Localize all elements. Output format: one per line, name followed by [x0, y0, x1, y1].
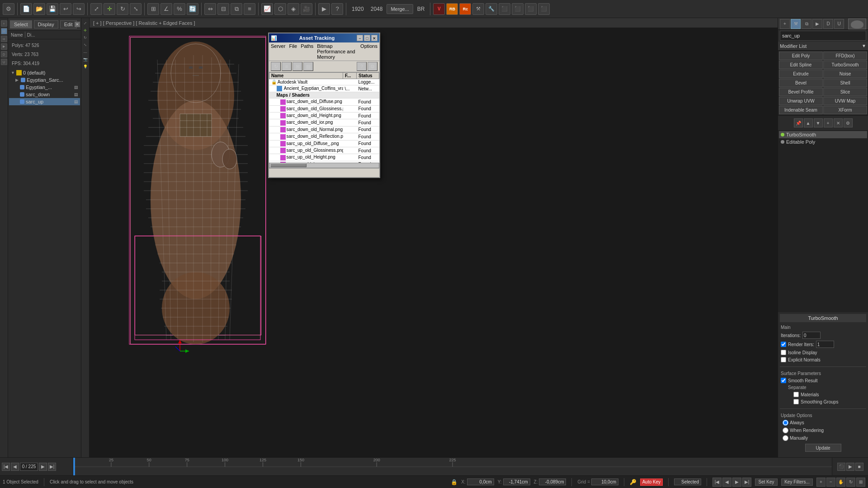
auto-key-btn[interactable]: Auto Key [640, 479, 663, 486]
ts-when-rendering-radio[interactable] [783, 427, 788, 433]
asset-scroll-thumb[interactable] [270, 164, 307, 167]
mod-btn-noise[interactable]: Noise [823, 70, 867, 78]
table-row[interactable]: sarc_down_old_Height.png Found [269, 113, 379, 119]
frame-input[interactable]: 0 / 225 [20, 463, 38, 471]
dialog-minimize-btn[interactable]: − [357, 35, 363, 41]
material-editor-icon[interactable]: ◈ [288, 3, 299, 15]
pb-start[interactable]: |◀ [712, 478, 722, 487]
tl-end-btn[interactable]: ▶| [48, 463, 56, 471]
utilities-panel-icon[interactable]: U [834, 19, 844, 29]
tree-item-3[interactable]: sarc_up ▤ [9, 98, 80, 105]
table-row-folder[interactable]: Maps / Shaders [269, 92, 379, 99]
mod-btn-shell[interactable]: Shell [823, 79, 867, 87]
tool1-icon[interactable]: ⚒ [472, 3, 484, 15]
pb-next[interactable]: ▶| [742, 478, 751, 487]
asset-tb-help[interactable]: ? [357, 62, 367, 71]
table-row[interactable]: sarc_down_old_Diffuse.png Found [269, 99, 379, 105]
curve-editor-icon[interactable]: 📈 [261, 3, 273, 15]
move-icon[interactable]: ✛ [104, 3, 115, 15]
schematic-view-icon[interactable]: ⬡ [274, 3, 286, 15]
col-status[interactable]: Status [357, 73, 379, 79]
rotate-icon[interactable]: ↻ [117, 3, 128, 15]
display-icon[interactable]: D [1, 51, 7, 57]
tool2-icon[interactable]: 🔧 [486, 3, 497, 15]
table-row[interactable]: Ancient_Egyptian_Coffins_vray.max \... N… [269, 85, 379, 92]
col-name[interactable]: Name [269, 73, 343, 79]
scale-icon[interactable]: ⤡ [130, 3, 142, 15]
mod-btn-ffd[interactable]: FFD(box) [823, 52, 867, 60]
help-icon[interactable]: ? [331, 3, 343, 15]
vp-pan[interactable]: ✋ [836, 478, 845, 487]
timeline-bar[interactable]: 25 50 75 100 125 150 200 225 [73, 458, 832, 475]
set-key-btn[interactable]: Set Key [755, 479, 778, 486]
tab-select[interactable]: Select [10, 20, 32, 28]
camera-tool[interactable]: 📷 [82, 56, 89, 62]
tab-display[interactable]: Display [34, 20, 58, 28]
mod-btn-indenableseam[interactable]: Indenable Seam [779, 106, 823, 114]
pb-play[interactable]: ▶ [732, 478, 741, 487]
rc-icon[interactable]: Rc [459, 3, 471, 15]
menu-bitmap[interactable]: Bitmap Performance and Memory [317, 43, 357, 60]
mod-btn-slice[interactable]: Slice [823, 88, 867, 96]
tl-stop-btn[interactable]: ■ [855, 463, 863, 471]
mod-btn-uvwmap[interactable]: UVW Map [823, 97, 867, 105]
snap-toggle-icon[interactable]: ⊞ [147, 3, 159, 15]
vray-icon[interactable]: V [433, 3, 445, 15]
tl-record-btn[interactable]: ⚫ [837, 463, 845, 471]
motion-icon[interactable]: ▶ [1, 43, 7, 50]
vp-zoom-out[interactable]: − [826, 478, 835, 487]
key-filters-btn[interactable]: Key Filters... [781, 479, 813, 486]
table-row[interactable]: sarc_down_old_Glossiness.png Found [269, 105, 379, 112]
merge-btn[interactable]: Merge... [387, 4, 413, 14]
rotate-tool[interactable]: ↻ [82, 34, 89, 41]
ts-always-radio[interactable] [783, 420, 788, 426]
table-row[interactable]: sarc_up_old_ior.png Found [269, 161, 379, 163]
asset-scrollbar[interactable] [269, 163, 379, 168]
menu-paths[interactable]: Paths [301, 43, 313, 60]
save-file-icon[interactable]: 💾 [47, 3, 58, 15]
mod-btn-bevel[interactable]: Bevel [779, 79, 823, 87]
ts-update-btn[interactable]: Update [805, 444, 841, 452]
stack-move-down-btn[interactable]: ▼ [814, 118, 823, 127]
select-tool[interactable]: ⤢ [82, 20, 89, 26]
menu-file[interactable]: File [289, 43, 297, 60]
utilities-icon[interactable]: U [1, 59, 7, 65]
render-setup-icon[interactable]: 🎥 [301, 3, 312, 15]
mod-btn-bevelprofile[interactable]: Bevel Profile [779, 88, 823, 96]
mod-btn-extrude[interactable]: Extrude [779, 70, 823, 78]
mod-btn-editpoly[interactable]: Edit Poly [779, 52, 823, 60]
col-path[interactable]: F... [343, 73, 357, 79]
stack-item-editablepoly[interactable]: Editable Poly [779, 138, 867, 145]
ts-iterations-input[interactable] [802, 332, 821, 339]
hierarchy-panel-icon[interactable]: ⧉ [802, 19, 811, 29]
new-file-icon[interactable]: 📄 [20, 3, 32, 15]
mod-btn-unwrapuvw[interactable]: Unwrap UVW [779, 97, 823, 105]
motion-panel-icon[interactable]: ▶ [812, 19, 822, 29]
mod-btn-xform[interactable]: XForm [823, 106, 867, 114]
angle-snap-icon[interactable]: ∠ [160, 3, 172, 15]
align-icon[interactable]: ⊟ [217, 3, 229, 15]
stack-move-up-btn[interactable]: ▲ [804, 118, 813, 127]
modify-panel-icon[interactable]: ⚒ [791, 19, 801, 29]
tool4-icon[interactable]: ⬛ [512, 3, 524, 15]
asset-tb-refresh[interactable]: ↻ [271, 62, 281, 71]
menu-server[interactable]: Server [271, 43, 285, 60]
tool3-icon[interactable]: ⬛ [499, 3, 510, 15]
vp-zoom-in[interactable]: + [816, 478, 826, 487]
asset-tb-settings[interactable]: ⚙ [368, 62, 377, 71]
ts-smooth-result-check[interactable] [781, 378, 786, 383]
stack-configure-btn[interactable]: ⚙ [844, 118, 853, 127]
redo-icon[interactable]: ↪ [73, 3, 85, 15]
ts-render-iters-input[interactable] [816, 341, 834, 348]
mod-btn-turbosmooth[interactable]: TurboSmooth [823, 61, 867, 69]
stack-add-btn[interactable]: + [824, 118, 833, 127]
ts-manually-radio[interactable] [783, 435, 788, 441]
asset-tb-list[interactable]: ≡ [282, 62, 292, 71]
mod-btn-editspline[interactable]: Edit Spline [779, 61, 823, 69]
tree-item-root[interactable]: ▼ 0 (default) [9, 69, 80, 76]
dialog-close-btn[interactable]: ✕ [371, 35, 377, 41]
mirror-icon[interactable]: ⇔ [204, 3, 216, 15]
pb-prev[interactable]: ◀ [722, 478, 731, 487]
select-icon[interactable]: ⤢ [90, 3, 102, 15]
table-row[interactable]: 🔒 Autodesk Vault Logge... [269, 79, 379, 85]
